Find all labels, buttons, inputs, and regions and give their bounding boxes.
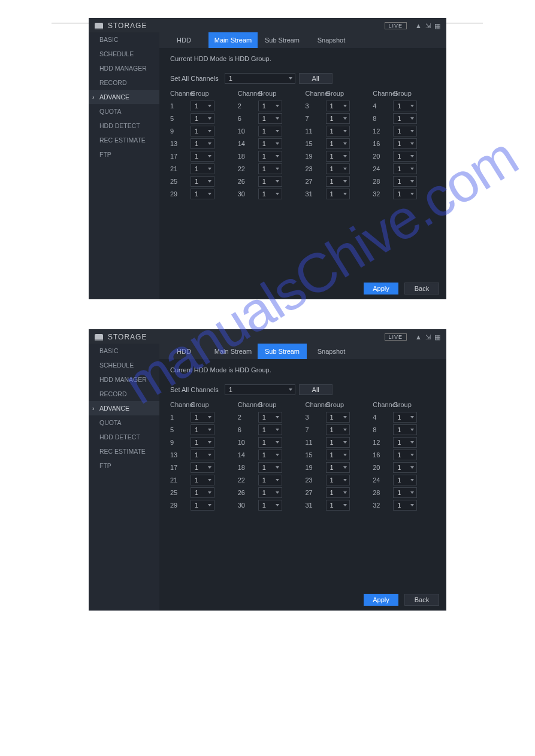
group-dropdown[interactable]: 1 (191, 475, 214, 485)
group-dropdown[interactable]: 1 (191, 189, 214, 199)
group-dropdown[interactable]: 1 (191, 113, 214, 124)
sidebar-item-record[interactable]: RECORD (89, 75, 159, 90)
group-dropdown[interactable]: 1 (326, 462, 350, 473)
group-dropdown[interactable]: 1 (258, 176, 282, 187)
sidebar-item-advance[interactable]: ADVANCE (89, 401, 159, 415)
apply-button[interactable]: Apply (364, 283, 398, 294)
group-dropdown[interactable]: 1 (258, 189, 282, 199)
group-dropdown[interactable]: 1 (258, 113, 282, 124)
group-dropdown[interactable]: 1 (326, 189, 350, 199)
group-dropdown[interactable]: 1 (326, 126, 350, 136)
group-dropdown[interactable]: 1 (326, 475, 350, 485)
sidebar-item-hdd-manager[interactable]: HDD MANAGER (89, 61, 159, 75)
sidebar-item-ftp[interactable]: FTP (89, 459, 159, 473)
group-dropdown[interactable]: 1 (258, 500, 282, 511)
set-all-dropdown[interactable]: 1 (225, 73, 295, 84)
grid-icon[interactable]: ▦ (434, 22, 440, 30)
group-dropdown[interactable]: 1 (393, 189, 417, 199)
tab-hdd[interactable]: HDD (159, 32, 208, 48)
group-dropdown[interactable]: 1 (393, 412, 417, 423)
group-dropdown[interactable]: 1 (393, 176, 417, 187)
group-dropdown[interactable]: 1 (393, 462, 417, 473)
group-dropdown[interactable]: 1 (191, 101, 214, 111)
group-dropdown[interactable]: 1 (191, 138, 214, 149)
group-dropdown[interactable]: 1 (326, 487, 350, 498)
group-dropdown[interactable]: 1 (258, 412, 282, 423)
group-dropdown[interactable]: 1 (191, 487, 214, 498)
group-dropdown[interactable]: 1 (393, 138, 417, 149)
group-dropdown[interactable]: 1 (258, 462, 282, 473)
tab-main-stream[interactable]: Main Stream (208, 32, 258, 48)
group-dropdown[interactable]: 1 (258, 487, 282, 498)
group-dropdown[interactable]: 1 (258, 475, 282, 485)
sidebar-item-schedule[interactable]: SCHEDULE (89, 47, 159, 61)
group-dropdown[interactable]: 1 (258, 138, 282, 149)
group-dropdown[interactable]: 1 (258, 101, 282, 111)
tab-sub-stream[interactable]: Sub Stream (258, 32, 307, 48)
sidebar-item-basic[interactable]: BASIC (89, 344, 159, 358)
group-dropdown[interactable]: 1 (258, 424, 282, 435)
sidebar-item-ftp[interactable]: FTP (89, 147, 159, 162)
group-dropdown[interactable]: 1 (393, 500, 417, 511)
group-dropdown[interactable]: 1 (393, 450, 417, 460)
group-dropdown[interactable]: 1 (393, 163, 417, 174)
group-dropdown[interactable]: 1 (393, 113, 417, 124)
group-dropdown[interactable]: 1 (326, 176, 350, 187)
group-dropdown[interactable]: 1 (191, 176, 214, 187)
tab-main-stream[interactable]: Main Stream (208, 344, 258, 359)
tab-snapshot[interactable]: Snapshot (307, 32, 356, 48)
group-dropdown[interactable]: 1 (326, 138, 350, 149)
group-dropdown[interactable]: 1 (191, 462, 214, 473)
group-dropdown[interactable]: 1 (258, 437, 282, 448)
group-dropdown[interactable]: 1 (258, 450, 282, 460)
group-dropdown[interactable]: 1 (393, 475, 417, 485)
set-all-dropdown[interactable]: 1 (225, 384, 295, 395)
sidebar-item-basic[interactable]: BASIC (89, 32, 159, 47)
apply-button[interactable]: Apply (364, 594, 398, 606)
all-button[interactable]: All (299, 384, 333, 395)
sidebar-item-rec-estimate[interactable]: REC ESTIMATE (89, 444, 159, 459)
group-dropdown[interactable]: 1 (258, 126, 282, 136)
export-icon[interactable]: ⇲ (425, 333, 431, 341)
sidebar-item-schedule[interactable]: SCHEDULE (89, 358, 159, 372)
sidebar-item-rec-estimate[interactable]: REC ESTIMATE (89, 133, 159, 147)
group-dropdown[interactable]: 1 (191, 500, 214, 511)
group-dropdown[interactable]: 1 (258, 163, 282, 174)
group-dropdown[interactable]: 1 (326, 437, 350, 448)
back-button[interactable]: Back (404, 283, 439, 294)
group-dropdown[interactable]: 1 (191, 151, 214, 162)
group-dropdown[interactable]: 1 (393, 437, 417, 448)
back-button[interactable]: Back (404, 594, 439, 606)
group-dropdown[interactable]: 1 (326, 450, 350, 460)
group-dropdown[interactable]: 1 (326, 500, 350, 511)
sidebar-item-hdd-detect[interactable]: HDD DETECT (89, 430, 159, 444)
group-dropdown[interactable]: 1 (191, 412, 214, 423)
group-dropdown[interactable]: 1 (326, 151, 350, 162)
user-icon[interactable]: ▲ (415, 22, 422, 29)
user-icon[interactable]: ▲ (415, 333, 422, 341)
all-button[interactable]: All (299, 73, 333, 84)
group-dropdown[interactable]: 1 (393, 101, 417, 111)
group-dropdown[interactable]: 1 (393, 126, 417, 136)
group-dropdown[interactable]: 1 (393, 151, 417, 162)
group-dropdown[interactable]: 1 (326, 113, 350, 124)
sidebar-item-record[interactable]: RECORD (89, 387, 159, 401)
sidebar-item-quota[interactable]: QUOTA (89, 104, 159, 119)
tab-snapshot[interactable]: Snapshot (307, 344, 356, 359)
group-dropdown[interactable]: 1 (393, 487, 417, 498)
grid-icon[interactable]: ▦ (434, 333, 440, 341)
sidebar-item-advance[interactable]: ADVANCE (89, 90, 159, 104)
group-dropdown[interactable]: 1 (258, 151, 282, 162)
sidebar-item-hdd-detect[interactable]: HDD DETECT (89, 119, 159, 133)
group-dropdown[interactable]: 1 (326, 424, 350, 435)
group-dropdown[interactable]: 1 (326, 412, 350, 423)
export-icon[interactable]: ⇲ (425, 22, 431, 30)
group-dropdown[interactable]: 1 (393, 424, 417, 435)
group-dropdown[interactable]: 1 (191, 437, 214, 448)
sidebar-item-hdd-manager[interactable]: HDD MANAGER (89, 372, 159, 387)
tab-sub-stream[interactable]: Sub Stream (258, 344, 307, 359)
group-dropdown[interactable]: 1 (191, 126, 214, 136)
sidebar-item-quota[interactable]: QUOTA (89, 415, 159, 430)
group-dropdown[interactable]: 1 (191, 163, 214, 174)
tab-hdd[interactable]: HDD (159, 344, 208, 359)
